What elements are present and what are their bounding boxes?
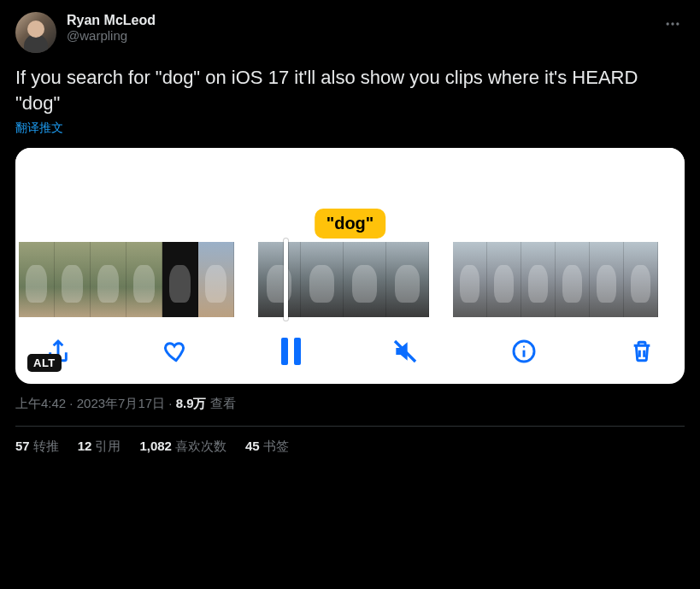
video-frame [521, 242, 556, 317]
video-frame [624, 242, 658, 317]
more-icon [664, 15, 681, 32]
translate-link[interactable]: 翻译推文 [15, 121, 63, 136]
alt-badge[interactable]: ALT [27, 354, 62, 372]
tweet-date[interactable]: 2023年7月17日 [77, 396, 165, 410]
svg-point-0 [667, 22, 669, 25]
video-frame [91, 242, 126, 317]
tweet-meta: 上午4:42 · 2023年7月17日 · 8.9万 查看 [15, 396, 685, 412]
display-name: Ryan McLeod [67, 12, 156, 28]
video-frame [198, 242, 234, 317]
video-frame [344, 242, 386, 317]
clip-group[interactable] [19, 242, 234, 317]
views-label: 查看 [210, 396, 236, 410]
divider [15, 426, 685, 427]
video-frame [55, 242, 91, 317]
trash-icon [628, 338, 656, 365]
video-frame [487, 242, 521, 317]
likes-stat[interactable]: 1,082喜欢次数 [139, 439, 226, 455]
tweet-container: Ryan McLeod @warpling If you search for … [0, 0, 700, 455]
video-frame [126, 242, 162, 317]
search-tag-badge: "dog" [315, 209, 386, 239]
svg-point-1 [671, 22, 674, 25]
mute-button[interactable] [391, 338, 419, 365]
tweet-time[interactable]: 上午4:42 [15, 396, 66, 410]
media-toolbar [15, 317, 685, 372]
more-button[interactable] [661, 12, 685, 39]
pause-icon [281, 338, 301, 365]
svg-point-6 [522, 346, 524, 348]
media-top: "dog" [15, 148, 685, 242]
views-count: 8.9万 [176, 396, 207, 410]
video-frame [556, 242, 590, 317]
muted-icon [391, 338, 419, 365]
author-names[interactable]: Ryan McLeod @warpling [67, 12, 156, 44]
video-frame [386, 242, 429, 317]
video-frame [590, 242, 624, 317]
handle: @warpling [67, 28, 156, 44]
retweets-stat[interactable]: 57转推 [15, 439, 59, 455]
avatar[interactable] [15, 12, 56, 53]
info-button[interactable] [510, 338, 538, 365]
clip-group[interactable] [453, 242, 658, 317]
svg-point-2 [676, 22, 679, 25]
like-button[interactable] [162, 338, 190, 365]
video-frame [162, 242, 198, 317]
playhead[interactable] [284, 239, 288, 321]
delete-button[interactable] [628, 338, 656, 365]
tweet-header: Ryan McLeod @warpling [15, 12, 685, 53]
bookmarks-stat[interactable]: 45书签 [245, 439, 289, 455]
quotes-stat[interactable]: 12引用 [78, 439, 121, 455]
video-frame [453, 242, 487, 317]
filmstrip [15, 242, 685, 317]
video-frame [19, 242, 55, 317]
info-icon [510, 338, 538, 365]
heart-icon [162, 338, 190, 365]
video-frame [258, 242, 301, 317]
stats-row: 57转推 12引用 1,082喜欢次数 45书签 [15, 439, 685, 455]
media-card[interactable]: "dog" [15, 148, 685, 384]
tweet-text: If you search for "dog" on iOS 17 it'll … [15, 65, 685, 115]
video-frame [301, 242, 344, 317]
clip-group[interactable] [258, 242, 429, 317]
pause-button[interactable] [281, 338, 301, 365]
